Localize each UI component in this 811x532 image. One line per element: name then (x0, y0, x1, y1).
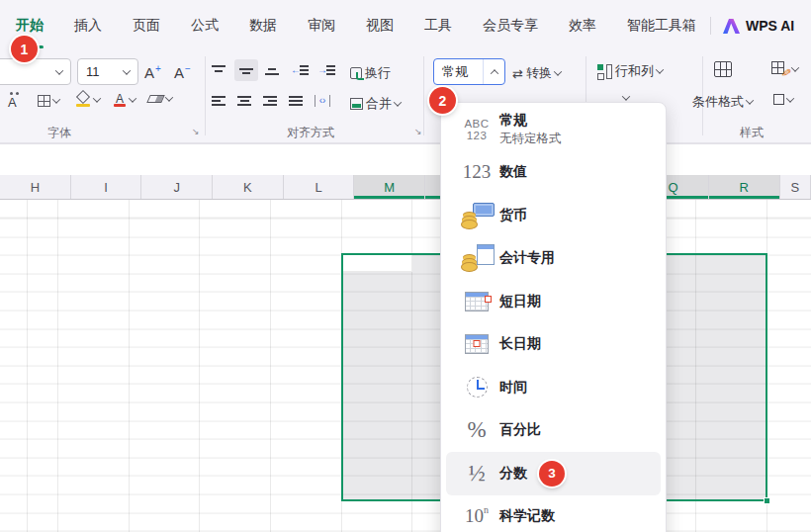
format-option[interactable]: 时间 (441, 366, 666, 409)
format-table-icon (714, 61, 732, 77)
align-center-button[interactable] (237, 95, 251, 107)
menu-tab-label: 页面 (133, 17, 160, 35)
wrap-text-icon (350, 67, 362, 79)
column-header[interactable]: K (213, 175, 284, 199)
fill-color-button[interactable] (75, 92, 100, 107)
format-option-icon (454, 495, 499, 532)
align-left-button[interactable] (212, 95, 225, 107)
group-divider (423, 56, 424, 135)
font-size-combo[interactable]: 11 (77, 58, 138, 85)
increase-indent-icon (317, 64, 335, 76)
menu-tab[interactable]: 插入 (74, 0, 102, 51)
format-option-title: 百分比 (499, 421, 541, 439)
align-middle-button[interactable] (234, 59, 258, 81)
align-bottom-button[interactable] (265, 64, 279, 76)
menu-tab[interactable]: 视图 (366, 0, 394, 51)
borders-button[interactable] (38, 95, 59, 107)
cell-style-brush-button[interactable] (771, 61, 798, 77)
format-option-icon (454, 280, 499, 323)
format-option[interactable]: 分数 3 (446, 452, 661, 495)
format-option[interactable]: 科学记数 (441, 495, 666, 532)
ribbon: 11 A+ A− A A 字体 ↘ (0, 51, 811, 143)
wrap-text-button[interactable]: 换行 (350, 64, 391, 82)
table-style-button[interactable] (773, 94, 793, 105)
column-header[interactable]: J (141, 175, 213, 199)
justify-button[interactable] (289, 95, 303, 107)
menu-tab-label: 会员专享 (483, 17, 538, 35)
format-option[interactable]: 长日期 (441, 323, 666, 367)
menu-tab[interactable]: 审阅 (308, 0, 335, 51)
column-header-label: J (173, 180, 180, 195)
column-header[interactable]: R (709, 175, 780, 199)
format-option[interactable]: 会计专用 (441, 237, 666, 281)
format-option-text: 常规 无特定格式 (499, 112, 562, 147)
number-format-dropdown: 常规 无特定格式 数值 货币 (440, 102, 667, 532)
format-option[interactable]: 短日期 (441, 280, 666, 323)
format-option-text: 短日期 (499, 293, 541, 310)
convert-button[interactable]: ⇄ 转换 (512, 64, 561, 82)
menu-separator (710, 17, 711, 35)
clear-format-button[interactable] (148, 95, 172, 103)
format-option-text: 长日期 (499, 335, 541, 353)
menu-tab[interactable]: 效率 (569, 0, 596, 51)
column-header[interactable]: M (354, 175, 425, 199)
wps-ai-logo-icon (723, 19, 740, 34)
decrease-font-button[interactable]: A− (174, 64, 191, 80)
menu-tab[interactable]: 数据 (249, 0, 277, 51)
format-option[interactable]: 百分比 (441, 409, 666, 453)
spreadsheet-grid[interactable]: HIJKLMNOPQRS (0, 175, 811, 532)
column-header[interactable]: H (0, 175, 71, 199)
conditional-format-button[interactable]: 条件格式 (692, 93, 753, 111)
font-color-button[interactable]: A (113, 92, 135, 107)
menu-tab[interactable]: 页面 (133, 0, 160, 51)
format-option[interactable]: 常规 无特定格式 (441, 108, 666, 151)
format-table-button[interactable] (714, 61, 732, 77)
fill-handle[interactable] (764, 497, 770, 504)
menu-tab-label: 审阅 (308, 17, 335, 35)
increase-font-button[interactable]: A+ (144, 64, 161, 80)
group-expand-icon[interactable]: ↘ (414, 127, 422, 136)
column-header[interactable]: I (71, 175, 142, 199)
group-expand-icon[interactable]: ↘ (192, 127, 200, 136)
format-option-title: 数值 (499, 163, 527, 181)
rows-columns-label: 行和列 (615, 62, 654, 80)
format-option-icon (454, 452, 499, 495)
format-option-title: 货币 (499, 207, 527, 224)
wps-ai-button[interactable]: WPS AI (723, 0, 794, 51)
align-top-button[interactable] (212, 64, 225, 76)
conditional-format-label: 条件格式 (692, 93, 744, 111)
phonetic-guide-button[interactable]: A (8, 93, 17, 110)
formula-bar[interactable] (0, 143, 811, 175)
wps-spreadsheet-window: 开始插入页面公式数据审阅视图工具会员专享效率智能工具箱 WPS AI 11 A+ (0, 0, 811, 532)
text-orientation-icon: ‹› (315, 95, 330, 107)
style-group-label: 样式 (740, 125, 764, 141)
menu-tab-label: 效率 (569, 17, 596, 35)
font-name-combo[interactable] (0, 58, 71, 85)
table-style-icon (773, 94, 784, 105)
format-option[interactable]: 货币 (441, 194, 666, 237)
format-option-text: 分数 (499, 465, 527, 483)
rows-columns-button[interactable]: 行和列 (597, 62, 663, 80)
decrease-indent-button[interactable] (291, 64, 309, 76)
menu-tab[interactable]: 工具 (424, 0, 452, 51)
text-orientation-button[interactable]: ‹› (315, 95, 330, 107)
chevron-up-icon (483, 59, 504, 84)
menu-tab-label: 公式 (191, 17, 219, 35)
format-option-icon (454, 151, 499, 195)
align-right-button[interactable] (263, 95, 277, 107)
borders-icon (38, 95, 50, 107)
merge-cells-button[interactable]: 合并 (350, 95, 401, 113)
increase-indent-button[interactable] (317, 64, 335, 76)
menu-tab[interactable]: 公式 (191, 0, 219, 51)
format-option-text: 货币 (499, 207, 527, 224)
number-format-combo[interactable]: 常规 (433, 58, 505, 85)
active-cell[interactable] (341, 253, 412, 272)
menu-tab[interactable]: 会员专享 (483, 0, 538, 51)
align-bottom-icon (265, 64, 279, 76)
align-center-icon (237, 95, 251, 107)
format-option[interactable]: 数值 (441, 151, 666, 195)
column-header[interactable]: S (780, 175, 811, 199)
menu-tab[interactable]: 智能工具箱 (627, 0, 696, 51)
column-header-label: K (243, 180, 252, 195)
column-header[interactable]: L (284, 175, 355, 199)
